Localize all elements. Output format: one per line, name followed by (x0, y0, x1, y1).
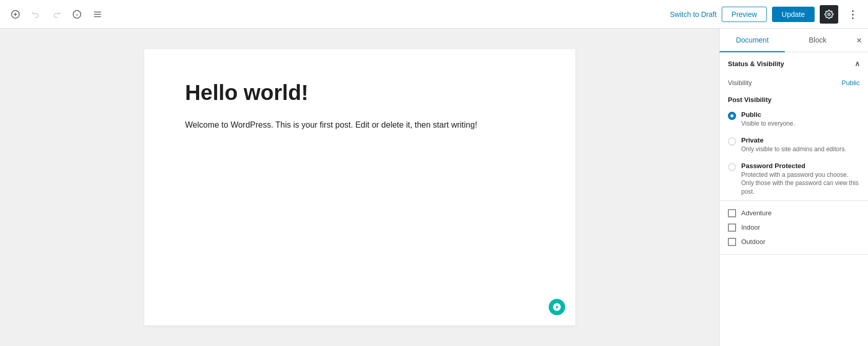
more-options-button[interactable]: ⋮ (843, 5, 862, 24)
checkbox-indoor[interactable] (728, 223, 736, 232)
toolbar-left (6, 5, 668, 24)
categories-section: Adventure Indoor Outdoor (720, 201, 868, 255)
tab-document[interactable]: Document (720, 29, 785, 52)
radio-private[interactable] (728, 137, 736, 146)
categories-area: Adventure Indoor Outdoor (720, 201, 868, 254)
settings-button[interactable] (820, 5, 838, 24)
visibility-public-desc: Visible to everyone. (741, 119, 795, 128)
list-view-button[interactable] (88, 5, 107, 24)
status-visibility-header[interactable]: Status & Visibility ∧ (720, 52, 868, 75)
visibility-private-desc: Only visible to site admins and editors. (741, 145, 846, 154)
update-button[interactable]: Update (772, 7, 815, 22)
status-visibility-section: Status & Visibility ∧ Visibility Public … (720, 52, 868, 201)
svg-point-9 (828, 13, 831, 15)
post-visibility-header: Post Visibility (720, 91, 868, 107)
main-layout: Hello world! Welcome to WordPress. This … (0, 29, 868, 346)
visibility-private-text: Private Only visible to site admins and … (741, 136, 846, 154)
checkbox-adventure[interactable] (728, 209, 736, 217)
category-outdoor-label: Outdoor (741, 238, 765, 246)
visibility-option-public[interactable]: Public Visible to everyone. (720, 107, 868, 132)
status-visibility-label: Status & Visibility (728, 60, 784, 68)
editor-area: Hello world! Welcome to WordPress. This … (0, 29, 719, 346)
switch-to-draft-link[interactable]: Switch to Draft (670, 10, 717, 18)
checkbox-outdoor[interactable] (728, 238, 736, 246)
sidebar-close-button[interactable]: × (851, 32, 869, 49)
editor-content: Hello world! Welcome to WordPress. This … (144, 49, 575, 325)
tab-block[interactable]: Block (785, 29, 850, 52)
visibility-option-password[interactable]: Password Protected Protected with a pass… (720, 158, 868, 200)
category-outdoor: Outdoor (728, 235, 860, 249)
add-block-button[interactable] (6, 5, 25, 24)
visibility-password-label: Password Protected (741, 162, 860, 170)
visibility-public-label: Public (741, 111, 795, 118)
avatar (549, 299, 565, 315)
category-adventure: Adventure (728, 206, 860, 220)
visibility-password-desc: Protected with a password you choose. On… (741, 171, 860, 196)
category-indoor-label: Indoor (741, 223, 760, 231)
visibility-value-link[interactable]: Public (842, 79, 860, 87)
toolbar: Switch to Draft Preview Update ⋮ (0, 0, 868, 29)
sidebar-tabs: Document Block × (720, 29, 868, 52)
visibility-row: Visibility Public (720, 75, 868, 91)
post-body[interactable]: Welcome to WordPress. This is your first… (185, 118, 534, 132)
info-button[interactable] (68, 5, 86, 24)
category-adventure-label: Adventure (741, 209, 771, 217)
post-visibility-section: Post Visibility Public Visible to everyo… (720, 91, 868, 200)
post-title[interactable]: Hello world! (185, 80, 534, 106)
sidebar: Document Block × Status & Visibility ∧ V… (719, 29, 868, 346)
visibility-private-label: Private (741, 136, 846, 144)
radio-password[interactable] (728, 163, 736, 171)
category-indoor: Indoor (728, 220, 860, 235)
undo-button[interactable] (27, 5, 45, 24)
visibility-public-text: Public Visible to everyone. (741, 111, 795, 128)
visibility-option-private[interactable]: Private Only visible to site admins and … (720, 132, 868, 158)
toolbar-right: Switch to Draft Preview Update ⋮ (670, 5, 862, 24)
redo-button[interactable] (47, 5, 66, 24)
visibility-label: Visibility (728, 79, 752, 87)
radio-public[interactable] (728, 112, 736, 120)
visibility-password-text: Password Protected Protected with a pass… (741, 162, 860, 196)
preview-button[interactable]: Preview (722, 7, 767, 22)
chevron-up-icon: ∧ (855, 59, 860, 68)
